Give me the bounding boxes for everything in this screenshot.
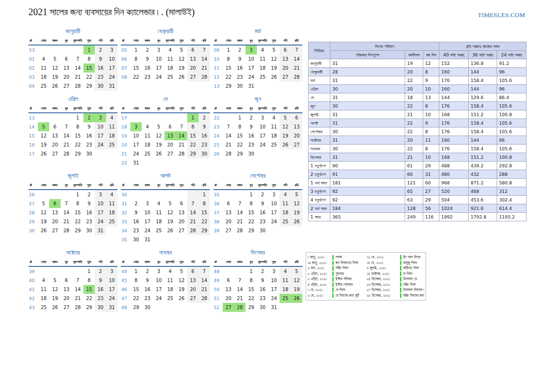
empty-day-cell xyxy=(176,113,187,122)
day-header: মঙ্গল xyxy=(142,106,153,111)
day-cell: 4 xyxy=(142,122,153,131)
period-value: 30 xyxy=(330,102,405,110)
day-cell: 19 xyxy=(38,140,49,149)
week-row: 1512131415161718 xyxy=(28,131,118,140)
holiday-marker-icon xyxy=(332,266,334,271)
period-value: 31 xyxy=(423,170,439,179)
week-row: 301 xyxy=(121,190,210,199)
day-header: শনি xyxy=(95,106,106,111)
week-row: 3423242526272829 xyxy=(121,226,210,235)
day-cell: 10 xyxy=(153,55,164,64)
day-header: # xyxy=(121,38,130,44)
week-row: 4218192021222324 xyxy=(28,294,118,303)
period-value: 91 xyxy=(330,170,405,179)
day-cell: 13 xyxy=(176,208,187,217)
day-cell: 19 xyxy=(291,285,302,294)
week-number: 34 xyxy=(121,226,130,235)
day-header: বুধ xyxy=(61,259,72,265)
period-value: 432 xyxy=(469,170,497,179)
day-cell: 11 xyxy=(38,285,49,294)
day-cell: 17 xyxy=(268,285,280,294)
day-cell: 14 xyxy=(234,285,245,294)
week-number: 16 xyxy=(28,140,38,149)
day-cell: 22 xyxy=(187,140,199,149)
day-header-row: #সোমমঙ্গলবুধবৃহস্পতিশুক্রশনিরবি xyxy=(121,106,210,113)
day-cell: 8 xyxy=(83,276,95,285)
day-cell: 1 xyxy=(223,46,234,55)
day-cell: 23 xyxy=(234,73,245,82)
empty-day-cell xyxy=(153,158,164,167)
day-cell: 26 xyxy=(49,82,61,91)
period-value: 31 xyxy=(330,136,405,145)
period-value: 136.8 xyxy=(469,59,497,68)
day-cell: 22 xyxy=(234,140,245,149)
empty-day-cell xyxy=(187,235,199,244)
day-cell: 21 xyxy=(187,217,199,226)
day-cell: 2 xyxy=(95,46,106,55)
day-cell: 6 xyxy=(61,55,72,64)
period-label: আগষ্ট xyxy=(309,119,330,128)
day-cell: 25 xyxy=(106,217,118,226)
empty-day-cell xyxy=(95,149,106,158)
period-value: 151.2 xyxy=(469,153,497,162)
month-january: জানুয়ারী#সোমমঙ্গলবুধবৃহস্পতিশুক্রশনিরবি… xyxy=(28,27,118,91)
day-cell: 1 xyxy=(72,113,83,122)
empty-day-cell xyxy=(176,303,187,312)
empty-day-cell xyxy=(61,190,72,199)
day-cell: 14 xyxy=(199,276,210,285)
day-cell: 10 xyxy=(95,199,106,208)
period-label: মার্চ xyxy=(309,76,330,85)
day-cell: 4 xyxy=(280,267,291,276)
day-cell: 8 xyxy=(245,276,257,285)
day-header: সোম xyxy=(38,182,49,188)
day-cell: 14 xyxy=(72,285,83,294)
week-number: 26 xyxy=(213,149,223,158)
period-value: 96 xyxy=(497,85,527,93)
day-cell: 6 xyxy=(280,46,291,55)
day-cell: 25 xyxy=(38,82,49,91)
holiday-marker-icon xyxy=(400,277,401,282)
empty-day-cell xyxy=(176,158,187,167)
day-cell: 19 xyxy=(49,294,61,303)
period-value: 19 xyxy=(405,59,423,68)
day-header: রবি xyxy=(106,106,118,111)
holiday-date: ২৫ ডিসেম্বর, ২০২১ xyxy=(367,276,400,282)
day-cell: 22 xyxy=(72,140,83,149)
period-value: 144 xyxy=(469,136,497,145)
week-row: 0145678910 xyxy=(28,55,118,64)
period-label: সেপ্টেম্বর xyxy=(309,128,330,136)
day-cell: 12 xyxy=(176,55,187,64)
table-row: 2 অর্ধ বছর184128561024921.6614.4 xyxy=(309,204,527,213)
day-cell: 5 xyxy=(291,190,302,199)
period-value: 176 xyxy=(439,119,469,128)
day-cell: 23 xyxy=(83,140,95,149)
empty-day-cell xyxy=(38,113,49,122)
day-cell: 24 xyxy=(95,140,106,149)
holiday-marker-icon xyxy=(332,261,334,265)
week-row: 5013141516171819 xyxy=(213,285,302,294)
day-cell: 10 xyxy=(257,122,268,131)
empty-day-cell xyxy=(257,149,268,158)
week-number: 43 xyxy=(28,303,38,312)
period-value: 181 xyxy=(330,179,405,187)
day-cell: 19 xyxy=(176,64,187,73)
day-cell: 24 xyxy=(153,73,164,82)
week-number: 25 xyxy=(213,140,223,149)
day-cell: 30 xyxy=(83,226,95,235)
period-value: 20 xyxy=(405,136,423,145)
day-cell: 8 xyxy=(234,122,245,131)
period-value: 10 xyxy=(423,110,439,119)
brand-link[interactable]: TIMESLES.COM xyxy=(478,11,525,19)
day-cell: 12 xyxy=(49,285,61,294)
day-header: মঙ্গল xyxy=(49,106,61,111)
empty-day-cell xyxy=(223,267,234,276)
table-group-header-row: পিরিয়ড দিনের পরিমাণ প্রতি সপ্তাহে কাজের… xyxy=(309,42,527,51)
period-value: 129.6 xyxy=(469,93,497,102)
day-cell: 15 xyxy=(234,131,245,140)
day-cell: 15 xyxy=(199,208,210,217)
day-header: শনি xyxy=(187,182,199,188)
months-grid: জানুয়ারী#সোমমঙ্গলবুধবৃহস্পতিশুক্রশনিরবি… xyxy=(28,27,306,312)
week-number: 30 xyxy=(28,226,38,235)
day-cell: 13 xyxy=(291,122,302,131)
day-cell: 30 xyxy=(95,82,106,91)
